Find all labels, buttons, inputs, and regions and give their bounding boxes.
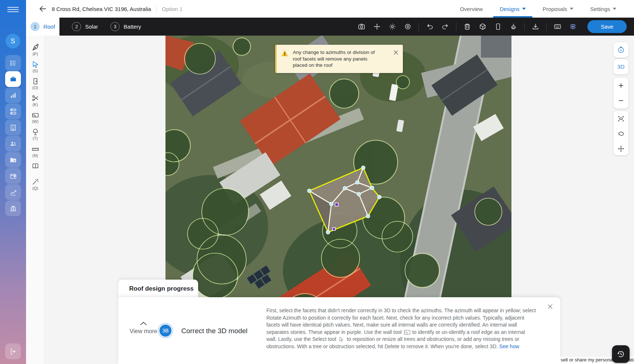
scissors-tool-button[interactable]: (K)	[26, 94, 44, 107]
broom-icon[interactable]	[507, 21, 520, 33]
sidebar-item-analytics[interactable]	[5, 87, 21, 103]
zoom-controls: + −	[613, 78, 628, 109]
select-tool-inline-icon	[338, 337, 345, 342]
bar-chart-icon	[9, 91, 17, 99]
drawing-tool-palette: (P) (S) (O) (K) (W)	[26, 36, 44, 364]
camera-icon[interactable]	[356, 21, 368, 33]
tree-tool-button[interactable]: (T)	[26, 128, 44, 141]
see-how-link[interactable]: See how	[499, 343, 519, 349]
keyboard-icon[interactable]	[551, 21, 564, 33]
pan-view-button[interactable]	[613, 141, 628, 155]
book-tool-button[interactable]	[26, 162, 44, 170]
building-icon	[9, 124, 17, 132]
nav-settings-label: Settings	[590, 6, 610, 12]
compass-icon: N	[617, 46, 625, 54]
toolbar-divider	[419, 23, 419, 31]
logout-button[interactable]	[5, 343, 21, 359]
measure-tool-button[interactable]: (N)	[26, 145, 44, 158]
step-2-label: Solar	[85, 23, 98, 30]
compass-north-button[interactable]: N	[613, 42, 628, 57]
instructions-paragraph: First, select the facets that didn't ren…	[266, 307, 536, 350]
pan-tool-icon[interactable]	[371, 21, 383, 33]
sidebar-item-hardware[interactable]	[5, 103, 21, 119]
zoom-out-glyph: −	[618, 96, 623, 105]
sidebar-item-performance[interactable]	[5, 184, 21, 200]
mobile-icon[interactable]	[492, 21, 504, 33]
visibility-icon[interactable]	[402, 21, 414, 33]
rotate-view-button[interactable]	[613, 126, 628, 141]
step-tab-battery[interactable]: 3 Battery	[110, 22, 141, 31]
tree-tool-key: (T)	[26, 136, 44, 141]
nav-settings[interactable]: Settings	[590, 0, 616, 18]
view-3d-control[interactable]: 3D	[613, 59, 628, 74]
toast-close-icon[interactable]	[393, 49, 399, 56]
zoom-out-button[interactable]: −	[613, 93, 628, 108]
step-1-badge: 1	[30, 22, 40, 31]
wand-tool-icon	[32, 178, 39, 186]
toolbar-divider	[524, 23, 525, 31]
fit-view-icon	[617, 115, 625, 123]
wand-tool-button[interactable]: (Q)	[26, 178, 44, 190]
sidebar-item-designs[interactable]	[5, 71, 21, 87]
select-tool-button[interactable]: (S)	[26, 61, 44, 73]
view-more-label: View more	[130, 328, 157, 334]
save-button[interactable]: Save	[587, 20, 627, 33]
nav-proposals[interactable]: Proposals	[543, 0, 573, 18]
view-3d-button[interactable]: 3D	[613, 59, 628, 74]
step-3-label: Battery	[124, 23, 141, 30]
toolbar-divider	[546, 23, 547, 31]
logout-icon	[10, 348, 17, 355]
wallet-icon	[9, 172, 17, 180]
wall-tool-icon	[32, 111, 39, 119]
nav-overview[interactable]: Overview	[460, 0, 483, 18]
layers-icon[interactable]	[567, 21, 579, 33]
hamburger-menu-icon[interactable]	[7, 5, 19, 14]
briefcase-icon	[9, 75, 17, 83]
nav-designs[interactable]: Designs	[500, 0, 526, 18]
wall-tool-key: (W)	[26, 119, 44, 124]
step-tab-solar[interactable]: 2 Solar	[72, 22, 98, 31]
sidebar-item-finance[interactable]	[5, 200, 21, 216]
sidebar-item-wallet[interactable]	[5, 168, 21, 184]
redo-icon[interactable]	[439, 21, 451, 33]
rotate-icon	[617, 130, 625, 138]
option-label: Option 1	[162, 6, 183, 12]
sidebar-item-projects-list[interactable]	[5, 55, 21, 71]
avatar[interactable]: S	[6, 34, 20, 48]
progress-panel-tab[interactable]: Roof design progress	[118, 280, 198, 298]
fit-view-button[interactable]	[613, 111, 628, 126]
history-button[interactable]	[612, 345, 630, 363]
view-more-button[interactable]: View more	[127, 321, 160, 335]
panel-close-icon[interactable]	[547, 303, 554, 310]
nav-designs-label: Designs	[500, 6, 520, 12]
undo-icon[interactable]	[424, 21, 436, 33]
server-icon	[9, 108, 17, 116]
pen-tool-button[interactable]: (P)	[26, 44, 44, 56]
trend-chart-icon	[9, 188, 17, 196]
back-arrow-icon[interactable]	[39, 4, 47, 13]
sidebar-item-team[interactable]	[5, 136, 21, 152]
nav-proposals-label: Proposals	[543, 6, 567, 12]
compass-control[interactable]: N	[613, 42, 628, 58]
obstruction-tool-button[interactable]: (O)	[26, 77, 44, 90]
chevron-down-icon	[522, 8, 526, 10]
design-toolbar: 1 Roof 2 Solar 3 Battery	[26, 18, 634, 36]
toolbar-divider	[456, 23, 456, 31]
zoom-in-button[interactable]: +	[613, 78, 628, 93]
gear-icon[interactable]	[386, 21, 398, 33]
pen-tool-key: (P)	[26, 52, 44, 56]
sidebar-item-company[interactable]	[5, 120, 21, 135]
delete-icon[interactable]	[461, 21, 473, 33]
view-3d-label: 3D	[617, 63, 625, 70]
progress-panel-title: Roof design progress	[129, 285, 194, 292]
chevron-down-icon	[570, 8, 573, 10]
download-icon[interactable]	[529, 21, 542, 33]
step-tab-roof[interactable]: 1 Roof	[26, 18, 59, 36]
warning-icon	[281, 50, 288, 57]
toolbar-actions: Save	[356, 20, 634, 33]
book-icon	[32, 162, 39, 170]
wall-tool-button[interactable]: (W)	[26, 111, 44, 124]
cube-3d-icon[interactable]	[477, 21, 489, 33]
svg-text:N: N	[620, 48, 622, 52]
sidebar-item-files[interactable]	[5, 152, 21, 168]
